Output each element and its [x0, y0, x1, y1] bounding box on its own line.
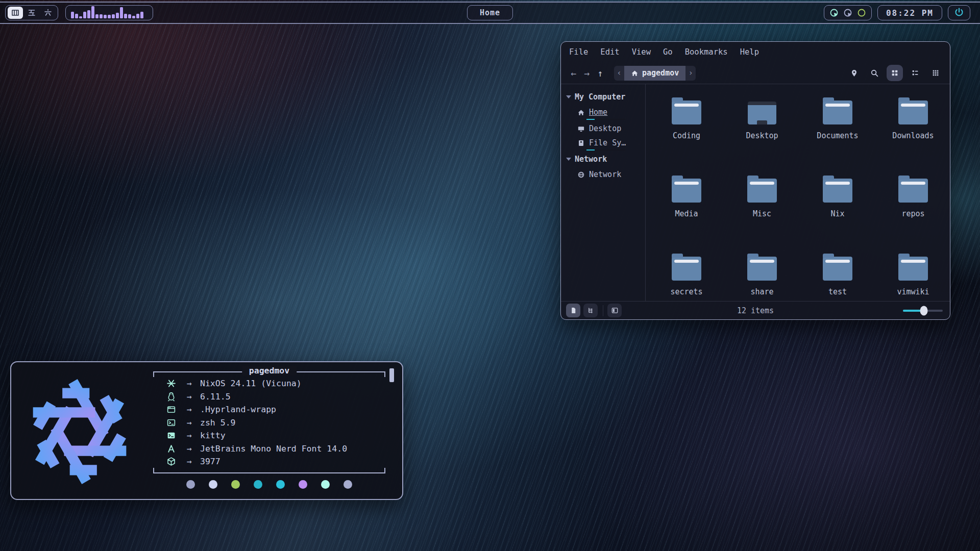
folder-item-coding[interactable]: Coding [649, 89, 724, 167]
workspace-5[interactable] [24, 7, 39, 19]
wm-icon [163, 405, 179, 414]
sidebar-section-network[interactable]: Network [561, 152, 645, 167]
bar-left-group [5, 5, 153, 20]
up-button[interactable]: ↑ [594, 66, 607, 80]
fetch-value-terminal: kitty [200, 431, 226, 440]
search-icon [870, 69, 879, 78]
list-view-button[interactable] [907, 65, 923, 81]
folder-icon [898, 179, 928, 203]
folder-item-downloads[interactable]: Downloads [875, 89, 951, 167]
fm-toolbar: ← → ↑ ‹ pagedmov › [561, 62, 950, 84]
path-scroll-right[interactable]: › [685, 68, 696, 78]
disk-usage-indicators[interactable] [824, 5, 872, 20]
sidebar-item-filesystem[interactable]: File Sy… [561, 135, 645, 149]
folder-item-media[interactable]: Media [649, 167, 724, 245]
folder-item-desktop[interactable]: Desktop [724, 89, 800, 167]
power-button[interactable] [948, 5, 970, 20]
terminal-icon [163, 431, 179, 440]
palette-dot-5 [276, 480, 285, 489]
menu-edit[interactable]: Edit [600, 47, 619, 57]
icon-view-button[interactable] [887, 65, 903, 81]
folder-label: test [828, 287, 847, 296]
bar-right-group: 08:22 PM [824, 5, 970, 20]
sidebar-item-desktop[interactable]: Desktop [561, 121, 645, 135]
fetch-arrow: → [179, 418, 200, 428]
location-button[interactable] [846, 65, 862, 81]
folder-label: share [750, 287, 773, 296]
font-icon [163, 444, 179, 454]
fetch-arrow: → [179, 392, 200, 402]
terminal-cursor [389, 368, 394, 382]
side-pane-icon [611, 307, 619, 314]
sidebar-section-my-computer[interactable]: My Computer [561, 89, 645, 105]
zoom-slider-knob[interactable] [920, 306, 927, 315]
home-icon [577, 109, 585, 116]
path-scroll-left[interactable]: ‹ [614, 68, 624, 78]
show-places-button[interactable] [566, 304, 580, 317]
fetch-row-font: → JetBrains Mono Nerd Font 14.0 [153, 442, 385, 456]
box-corner [153, 372, 154, 377]
tree-view-icon [587, 307, 595, 314]
folder-icon [672, 179, 701, 203]
collapse-arrow-icon [566, 158, 571, 161]
palette-dot-8 [344, 480, 352, 489]
home-icon [631, 69, 639, 77]
show-tree-button[interactable] [583, 304, 598, 317]
disk-indicator-3-icon [857, 8, 866, 17]
folder-item-nix[interactable]: Nix [800, 167, 875, 245]
compact-view-button[interactable] [927, 65, 944, 81]
sidebar-item-label: Network [589, 170, 621, 179]
disk-indicator-1-icon [829, 8, 839, 17]
folder-label: Downloads [892, 131, 934, 140]
power-icon [954, 8, 964, 18]
menu-go[interactable]: Go [663, 47, 673, 57]
fetch-value-font: JetBrains Mono Nerd Font 14.0 [200, 444, 347, 454]
menu-view[interactable]: View [632, 47, 651, 57]
workspace-4-active[interactable] [8, 7, 23, 19]
folder-item-documents[interactable]: Documents [800, 89, 875, 167]
workspace-6[interactable] [40, 7, 56, 19]
fm-toolbar-right [846, 65, 944, 81]
zoom-slider[interactable] [903, 310, 943, 312]
fm-sidebar: My Computer Home Desktop [561, 84, 646, 301]
drop-indicator [586, 119, 625, 120]
path-bar: ‹ pagedmov › [614, 66, 696, 81]
clock[interactable]: 08:22 PM [877, 5, 942, 20]
folder-label: secrets [670, 287, 702, 296]
box-corner [384, 468, 385, 472]
folder-item-repos[interactable]: repos [875, 167, 951, 245]
drop-indicator [586, 149, 625, 151]
folder-icon [747, 179, 777, 203]
folder-icon [747, 257, 777, 281]
sidebar-item-home[interactable]: Home [561, 105, 645, 119]
collapse-arrow-icon [566, 95, 571, 98]
folder-item-misc[interactable]: Misc [724, 167, 800, 245]
desktop-icon [577, 125, 585, 133]
globe-icon [577, 171, 585, 179]
sidebar-item-network[interactable]: Network [561, 167, 645, 181]
palette-dot-1 [186, 480, 195, 489]
path-segment-home[interactable]: pagedmov [624, 66, 685, 81]
menu-file[interactable]: File [569, 47, 588, 57]
fastfetch-output: pagedmov → NixOS 24.11 (Vicuna) → 6.11.5 [153, 371, 385, 489]
back-button[interactable]: ← [567, 66, 580, 80]
fetch-value-shell: zsh 5.9 [200, 418, 236, 428]
fetch-hostname: pagedmov [242, 366, 297, 375]
menu-help[interactable]: Help [740, 47, 759, 57]
folder-label: Misc [753, 209, 771, 218]
fetch-arrow: → [179, 444, 200, 454]
workspace-glyph-five [28, 9, 36, 17]
toggle-sidepane-button[interactable] [607, 304, 622, 317]
palette-dot-2 [209, 480, 217, 489]
forward-button[interactable]: → [580, 66, 594, 80]
fetch-row-shell: → zsh 5.9 [153, 416, 385, 430]
folder-label: Nix [830, 209, 844, 218]
palette-dot-7 [321, 480, 330, 489]
packages-icon [163, 457, 179, 466]
active-window-label[interactable]: Home [467, 5, 513, 20]
file-manager-window: File Edit View Go Bookmarks Help ← → ↑ ‹… [560, 41, 950, 320]
menu-bookmarks[interactable]: Bookmarks [685, 47, 728, 57]
search-button[interactable] [866, 65, 883, 81]
folder-label: Coding [673, 131, 700, 140]
box-corner [384, 372, 385, 377]
